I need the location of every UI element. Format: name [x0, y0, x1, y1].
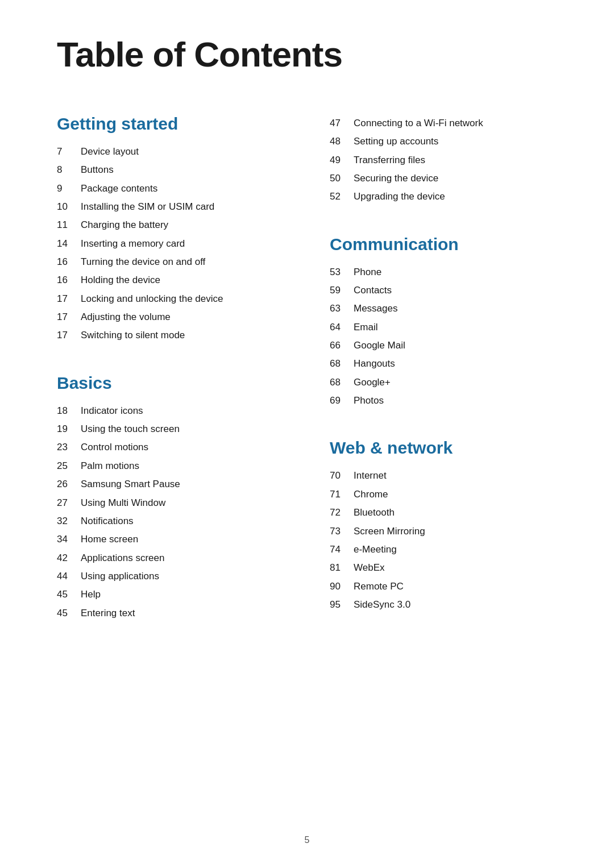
list-item: 17 Switching to silent mode	[57, 326, 296, 344]
toc-label: Turning the device on and off	[81, 255, 205, 269]
toc-number: 11	[57, 218, 81, 232]
toc-number: 71	[330, 487, 354, 502]
toc-label: WebEx	[354, 560, 385, 575]
list-item: 53 Phone	[330, 263, 569, 281]
page-number: 5	[305, 835, 310, 845]
toc-label: e-Meeting	[354, 542, 397, 557]
list-item: 27 Using Multi Window	[57, 494, 296, 512]
list-item: 9 Package contents	[57, 180, 296, 198]
toc-number: 95	[330, 597, 354, 612]
toc-number: 63	[330, 301, 354, 316]
right-column: 47 Connecting to a Wi-Fi network 48 Sett…	[330, 114, 569, 651]
toc-label: Buttons	[81, 163, 114, 177]
list-item: 34 Home screen	[57, 530, 296, 549]
left-column: Getting started 7 Device layout 8 Button…	[57, 114, 296, 651]
toc-number: 16	[57, 255, 81, 269]
list-item: 52 Upgrading the device	[330, 188, 569, 206]
toc-number: 9	[57, 181, 81, 196]
toc-label: Screen Mirroring	[354, 524, 425, 539]
toc-label: Home screen	[81, 532, 138, 547]
toc-label: Email	[354, 320, 378, 335]
list-item: 26 Samsung Smart Pause	[57, 475, 296, 493]
toc-label: Transferring files	[354, 153, 425, 168]
toc-list-communication: 53 Phone 59 Contacts 63 Messages 64 Emai…	[330, 263, 569, 410]
list-item: 8 Buttons	[57, 161, 296, 179]
toc-number: 7	[57, 144, 81, 159]
list-item: 68 Hangouts	[330, 355, 569, 373]
page-title: Table of Contents	[57, 34, 569, 74]
toc-list-continuation: 47 Connecting to a Wi-Fi network 48 Sett…	[330, 114, 569, 206]
list-item: 18 Indicator icons	[57, 402, 296, 420]
section-title-basics: Basics	[57, 373, 296, 393]
toc-number: 64	[330, 320, 354, 335]
toc-number: 16	[57, 273, 81, 288]
toc-label: Messages	[354, 301, 397, 316]
list-item: 17 Adjusting the volume	[57, 308, 296, 326]
toc-label: Holding the device	[81, 273, 160, 288]
toc-list-basics: 18 Indicator icons 19 Using the touch sc…	[57, 402, 296, 622]
toc-label: Setting up accounts	[354, 134, 438, 149]
toc-number: 14	[57, 236, 81, 251]
toc-number: 19	[57, 422, 81, 437]
toc-number: 49	[330, 153, 354, 168]
page: Table of Contents Getting started 7 Devi…	[0, 0, 614, 868]
section-getting-started: Getting started 7 Device layout 8 Button…	[57, 114, 296, 345]
section-title-communication: Communication	[330, 235, 569, 254]
toc-label: Inserting a memory card	[81, 236, 185, 251]
toc-label: Connecting to a Wi-Fi network	[354, 116, 483, 131]
list-item: 23 Control motions	[57, 438, 296, 456]
section-title-web-network: Web & network	[330, 438, 569, 458]
toc-number: 90	[330, 579, 354, 594]
toc-number: 66	[330, 338, 354, 353]
toc-label: Chrome	[354, 487, 388, 502]
list-item: 68 Google+	[330, 373, 569, 392]
toc-label: Using Multi Window	[81, 496, 165, 510]
toc-number: 45	[57, 587, 81, 602]
toc-number: 17	[57, 328, 81, 343]
toc-label: Locking and unlocking the device	[81, 292, 223, 306]
toc-number: 32	[57, 514, 81, 529]
toc-number: 34	[57, 532, 81, 547]
list-item: 32 Notifications	[57, 512, 296, 530]
toc-number: 17	[57, 310, 81, 325]
toc-label: Upgrading the device	[354, 189, 445, 204]
toc-label: Entering text	[81, 606, 135, 621]
list-item: 59 Contacts	[330, 281, 569, 300]
two-column-layout: Getting started 7 Device layout 8 Button…	[57, 114, 569, 651]
toc-number: 47	[330, 116, 354, 131]
toc-number: 10	[57, 200, 81, 214]
toc-number: 18	[57, 404, 81, 418]
toc-number: 44	[57, 569, 81, 584]
toc-label: Help	[81, 587, 101, 602]
toc-label: Device layout	[81, 144, 139, 159]
section-title-getting-started: Getting started	[57, 114, 296, 134]
toc-label: Installing the SIM or USIM card	[81, 200, 214, 214]
list-item: 50 Securing the device	[330, 169, 569, 188]
toc-number: 81	[330, 560, 354, 575]
list-item: 49 Transferring files	[330, 151, 569, 169]
toc-list-getting-started: 7 Device layout 8 Buttons 9 Package cont…	[57, 143, 296, 345]
toc-label: Hangouts	[354, 356, 395, 371]
toc-number: 70	[330, 468, 354, 483]
list-item: 72 Bluetooth	[330, 504, 569, 522]
toc-label: Bluetooth	[354, 505, 395, 520]
list-item: 11 Charging the battery	[57, 216, 296, 234]
list-item: 16 Holding the device	[57, 271, 296, 289]
list-item: 19 Using the touch screen	[57, 420, 296, 438]
section-web-network: Web & network 70 Internet 71 Chrome 72 B…	[330, 438, 569, 614]
section-continuation: 47 Connecting to a Wi-Fi network 48 Sett…	[330, 114, 569, 206]
list-item: 64 Email	[330, 318, 569, 337]
toc-label: Adjusting the volume	[81, 310, 171, 325]
list-item: 16 Turning the device on and off	[57, 253, 296, 271]
toc-number: 72	[330, 505, 354, 520]
list-item: 69 Photos	[330, 392, 569, 410]
list-item: 71 Chrome	[330, 485, 569, 504]
toc-number: 25	[57, 459, 81, 474]
toc-label: Google+	[354, 375, 391, 390]
toc-label: Applications screen	[81, 551, 164, 566]
toc-number: 69	[330, 393, 354, 408]
list-item: 63 Messages	[330, 300, 569, 318]
toc-label: SideSync 3.0	[354, 597, 410, 612]
toc-number: 42	[57, 551, 81, 566]
toc-label: Securing the device	[354, 171, 438, 186]
